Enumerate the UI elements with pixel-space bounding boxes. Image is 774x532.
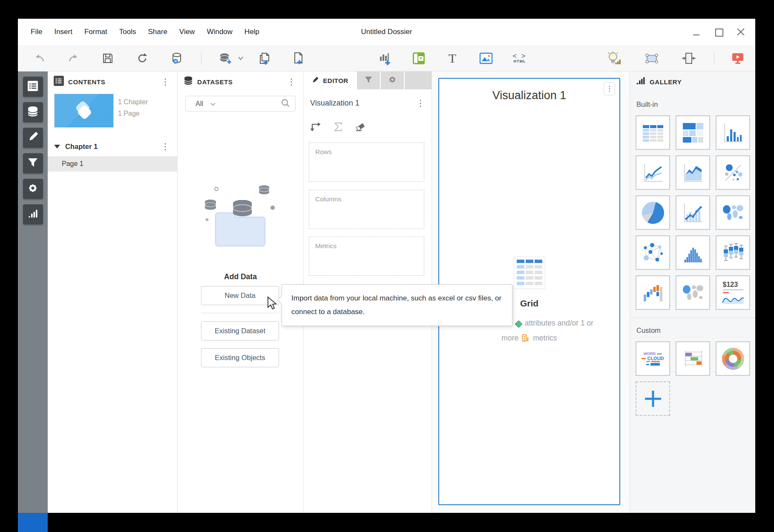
redo-icon[interactable] <box>65 50 81 66</box>
fit-to-window-icon[interactable] <box>681 50 697 66</box>
menu-view[interactable]: View <box>173 28 201 36</box>
page-row[interactable]: Page 1 <box>48 156 177 172</box>
gallery-tile-combo-chart[interactable] <box>676 195 710 230</box>
add-data-illustration <box>201 181 280 251</box>
toolbar-separator <box>714 52 714 65</box>
rail-settings-button[interactable] <box>23 179 43 199</box>
eraser-icon[interactable] <box>355 122 366 134</box>
add-html-icon[interactable]: < >HTML <box>512 50 528 66</box>
gallery-divider <box>630 317 755 318</box>
contents-title: CONTENTS <box>68 78 105 86</box>
visualization-type-label: Grid <box>520 298 538 309</box>
gallery-tile-bubble-chart[interactable] <box>716 155 750 190</box>
menu-format[interactable]: Format <box>78 28 113 36</box>
dropzone-rows[interactable]: Rows <box>309 143 424 182</box>
gallery-tile-bar-chart[interactable] <box>716 115 750 150</box>
search-icon[interactable] <box>281 99 290 109</box>
gear-icon <box>27 182 39 196</box>
gallery-tile-kpi[interactable]: $123 <box>716 275 750 310</box>
dropzone-metrics[interactable]: Metrics <box>309 237 424 276</box>
menu-file[interactable]: File <box>25 28 48 36</box>
tab-settings[interactable] <box>381 72 404 89</box>
chapter-kebab-menu[interactable]: ⋮ <box>158 141 172 152</box>
dataset-status-icon[interactable] <box>169 50 185 66</box>
chapter-label: Chapter 1 <box>65 143 98 151</box>
menu-bar: File Insert Format Tools Share View Wind… <box>25 19 265 45</box>
gallery-tile-map[interactable] <box>676 275 710 310</box>
presentation-mode-icon[interactable] <box>730 50 746 66</box>
gallery-tile-heat-map[interactable] <box>676 115 710 150</box>
gallery-tile-histogram[interactable] <box>676 235 710 270</box>
visualization-kebab-menu[interactable]: ⋮ <box>604 82 615 95</box>
gallery-title: GALLERY <box>650 78 682 86</box>
add-dataset-icon[interactable] <box>217 50 233 66</box>
existing-dataset-button[interactable]: Existing Dataset <box>201 321 279 340</box>
rail-gallery-button[interactable] <box>23 204 43 224</box>
minimize-button[interactable] <box>692 28 701 36</box>
maximize-button[interactable] <box>714 28 723 36</box>
swap-axes-icon[interactable] <box>311 122 322 134</box>
refresh-icon[interactable] <box>134 50 150 66</box>
gallery-tile-waterfall[interactable] <box>636 275 670 310</box>
undo-icon[interactable] <box>32 50 48 66</box>
contents-panel: CONTENTS ⋮ 1 Chapter 1 Page Chapter 1 ⋮ … <box>48 72 178 513</box>
menu-window[interactable]: Window <box>201 28 238 36</box>
add-dataset-chevron-icon[interactable] <box>233 50 249 66</box>
add-data-heading: Add Data <box>178 272 303 281</box>
chevron-down-icon[interactable] <box>210 100 216 108</box>
pencil-icon <box>27 132 38 144</box>
add-document-icon[interactable] <box>290 50 306 66</box>
menu-help[interactable]: Help <box>239 28 265 36</box>
menu-share[interactable]: Share <box>142 28 173 36</box>
add-custom-visual-button[interactable] <box>636 381 670 416</box>
editor-viz-kebab-menu[interactable]: ⋮ <box>414 98 427 108</box>
chapter-row[interactable]: Chapter 1 ⋮ <box>48 138 177 155</box>
tab-filter[interactable] <box>357 72 380 89</box>
dataset-search-box[interactable]: All <box>185 96 296 112</box>
dropzone-rows-label: Rows <box>315 148 332 155</box>
add-page-icon[interactable] <box>256 50 273 66</box>
contents-kebab-menu[interactable]: ⋮ <box>158 77 172 87</box>
datasets-kebab-menu[interactable]: ⋮ <box>285 77 298 87</box>
editor-visualization-row: Visualization 1 ⋮ <box>310 98 427 108</box>
insights-icon[interactable] <box>607 50 623 66</box>
add-text-icon[interactable]: T <box>444 50 460 66</box>
add-image-icon[interactable] <box>478 50 494 66</box>
chevron-down-icon[interactable] <box>54 145 60 149</box>
add-visualization-icon[interactable] <box>377 50 393 66</box>
rail-datasets-button[interactable] <box>23 102 43 122</box>
pencil-icon <box>311 76 319 85</box>
dossier-thumbnail[interactable] <box>54 94 114 128</box>
gear-icon <box>388 75 397 86</box>
gallery-tile-box-plot[interactable] <box>716 235 750 270</box>
menu-insert[interactable]: Insert <box>48 28 78 36</box>
thumbnail-caption: 1 Chapter 1 Page <box>118 96 148 119</box>
totals-sigma-icon[interactable] <box>334 122 343 134</box>
rail-editor-button[interactable] <box>23 128 43 148</box>
layout-selection-icon[interactable] <box>644 50 660 66</box>
gallery-tile-word-cloud[interactable]: WORD CLOUD <box>636 341 670 376</box>
dropzone-columns[interactable]: Columns <box>309 190 424 229</box>
gallery-tile-line-chart[interactable] <box>636 155 670 190</box>
gallery-tile-area-chart[interactable] <box>676 155 710 190</box>
close-button[interactable] <box>737 28 745 36</box>
rail-contents-button[interactable] <box>23 77 43 97</box>
gallery-tile-grid[interactable] <box>636 115 670 150</box>
bottom-band <box>0 513 774 532</box>
editor-tab-bar: EDITOR <box>304 72 432 89</box>
existing-objects-button[interactable]: Existing Objects <box>201 348 279 367</box>
rail-filter-button[interactable] <box>23 153 43 173</box>
add-filter-panel-icon[interactable] <box>411 50 427 66</box>
save-icon[interactable] <box>100 50 116 66</box>
gallery-tile-sunburst[interactable] <box>716 341 750 376</box>
menu-tools[interactable]: Tools <box>113 28 142 36</box>
tab-editor[interactable]: EDITOR <box>304 72 356 89</box>
dataset-filter-value[interactable]: All <box>196 100 203 108</box>
gallery-tile-gantt-chart[interactable] <box>676 341 710 376</box>
gallery-tile-pie-chart[interactable] <box>636 195 670 230</box>
contents-list-icon <box>54 76 64 88</box>
datasets-header: DATASETS ⋮ <box>178 72 303 92</box>
custom-tiles: WORD CLOUD <box>630 341 755 416</box>
gallery-tile-network[interactable] <box>636 235 670 270</box>
gallery-tile-geospatial-map[interactable] <box>716 195 750 230</box>
